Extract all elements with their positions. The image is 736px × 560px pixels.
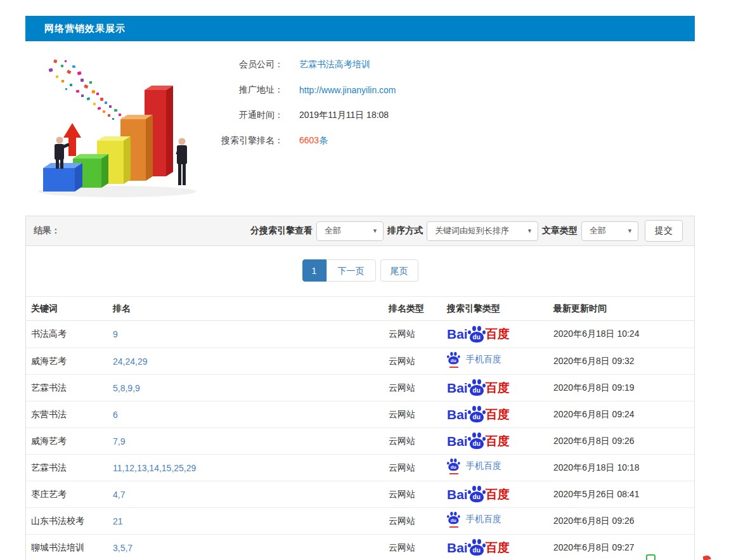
baidu-logo-cn: 百度: [486, 326, 510, 342]
baidu-logo: Baidu百度: [447, 406, 510, 423]
rank-link[interactable]: 9: [113, 329, 118, 339]
red-underline: [449, 526, 458, 528]
table-row: 书法高考9云网站Baidu百度2020年6月18日 10:24: [26, 321, 694, 348]
table-row: 艺霖书法11,12,13,14,15,25,29云网站du手机百度2020年6月…: [26, 454, 694, 481]
updated-time-cell: 2020年6月18日 10:24: [553, 329, 694, 340]
baidu-paw-icon: du: [447, 459, 460, 471]
search-engine-cell: du手机百度: [447, 352, 553, 371]
info-value: 2019年11月11日 18:08: [299, 110, 389, 121]
rank-cell: 11,12,13,14,15,25,29: [113, 463, 389, 473]
keyword-cell: 书法高考: [26, 329, 113, 340]
next-page-button[interactable]: 下一页: [326, 259, 376, 282]
baidu-logo: Baidu百度: [447, 326, 510, 343]
confetti-dots: [49, 59, 124, 120]
table-row: 枣庄艺考4,7云网站Baidu百度2020年5月26日 08:41: [26, 481, 694, 507]
column-header: 关键词: [26, 303, 113, 315]
chevron-down-icon: ▼: [527, 228, 533, 234]
baidu-du-text: du: [470, 438, 484, 449]
info-label: 搜索引擎排名：: [214, 135, 283, 147]
mobile-baidu-label: 手机百度: [466, 354, 501, 365]
baidu-du-text: du: [470, 412, 484, 422]
info-label: 推广地址：: [214, 84, 283, 96]
rank-link[interactable]: 6: [113, 410, 118, 420]
page-title: 网络营销效果展示: [25, 16, 695, 41]
column-header: 搜索引擎类型: [447, 303, 553, 315]
red-icon: [702, 555, 711, 560]
rank-type-cell: 云网站: [389, 516, 447, 527]
keyword-cell: 山东书法校考: [26, 516, 113, 527]
page-number-current[interactable]: 1: [302, 259, 326, 282]
growth-chart-illustration: [19, 52, 209, 199]
table-row: 威海艺考24,24,29云网站du手机百度2020年6月8日 09:32: [26, 348, 694, 374]
mobile-baidu-label: 手机百度: [466, 514, 501, 525]
baidu-du-text: du: [448, 356, 458, 364]
info-value: 艺霖书法高考培训: [299, 59, 370, 70]
rank-link[interactable]: 21: [113, 516, 123, 526]
search-engine-cell: Baidu百度: [447, 539, 553, 556]
info-label: 开通时间：: [214, 110, 283, 121]
baidu-logo: Baidu百度: [447, 433, 510, 450]
baidu-paw-icon: du: [468, 326, 486, 343]
baidu-logo-cn: 百度: [486, 486, 510, 503]
info-row: 会员公司：艺霖书法高考培训: [214, 52, 396, 77]
updated-time-cell: 2020年6月18日 10:18: [553, 462, 694, 474]
baidu-du-text: du: [448, 462, 458, 471]
ranking-count: 6603: [299, 135, 319, 145]
rank-link[interactable]: 7,9: [113, 436, 125, 446]
sort-filter-select[interactable]: 关键词由短到长排序 ▼: [427, 221, 538, 241]
sort-filter-value: 关键词由短到长排序: [435, 225, 509, 237]
chat-icon[interactable]: [646, 554, 655, 560]
updated-time-cell: 2020年6月8日 09:32: [553, 356, 694, 367]
baidu-logo-latin: Bai: [447, 381, 468, 396]
search-engine-cell: Baidu百度: [447, 326, 553, 343]
info-row: 开通时间：2019年11月11日 18:08: [214, 103, 396, 128]
rank-link[interactable]: 4,7: [113, 490, 125, 500]
mobile-baidu-logo: du手机百度: [447, 512, 501, 527]
rank-cell: 5,8,9,9: [113, 383, 389, 393]
keyword-cell: 艺霖书法: [26, 382, 113, 394]
red-underline: [449, 473, 458, 474]
rank-link[interactable]: 24,24,29: [113, 356, 148, 367]
rank-link[interactable]: 5,8,9,9: [113, 383, 140, 393]
table-row: 艺霖书法5,8,9,9云网站Baidu百度2020年6月8日 09:19: [26, 374, 694, 401]
mobile-baidu-logo: du手机百度: [447, 352, 501, 367]
article-type-select[interactable]: 全部 ▼: [581, 221, 638, 241]
rank-type-cell: 云网站: [389, 329, 447, 340]
rank-type-cell: 云网站: [389, 542, 447, 554]
engine-filter-value: 全部: [325, 225, 341, 237]
last-page-button[interactable]: 尾页: [380, 259, 418, 282]
submit-button[interactable]: 提交: [645, 220, 683, 242]
info-link[interactable]: http://www.jinanyilin.com: [299, 85, 396, 95]
column-header: 排名: [113, 303, 389, 315]
result-label: 结果：: [34, 225, 60, 237]
search-engine-cell: Baidu百度: [447, 433, 553, 450]
article-type-label: 文章类型: [542, 225, 578, 237]
page-title-banner: 网络营销效果展示: [25, 16, 695, 41]
baidu-logo: Baidu百度: [447, 486, 510, 503]
baidu-logo-latin: Bai: [447, 540, 468, 556]
rank-link[interactable]: 11,12,13,14,15,25,29: [113, 463, 196, 473]
table-row: 山东书法校考21云网站du手机百度2020年6月8日 09:26: [26, 507, 694, 534]
engine-filter-select[interactable]: 全部 ▼: [316, 221, 384, 241]
baidu-logo-cn: 百度: [486, 433, 510, 450]
sort-filter-label: 排序方式: [387, 225, 423, 237]
info-link[interactable]: 艺霖书法高考培训: [299, 59, 370, 69]
updated-time-cell: 2020年6月8日 09:27: [553, 542, 694, 554]
baidu-paw-icon: du: [468, 433, 486, 450]
rank-type-cell: 云网站: [389, 462, 447, 474]
updated-time-cell: 2020年6月8日 09:19: [553, 382, 694, 394]
mobile-baidu-label: 手机百度: [466, 460, 501, 472]
chevron-down-icon: ▼: [372, 228, 378, 234]
rank-type-cell: 云网站: [389, 356, 447, 367]
column-header: 最新更新时间: [553, 303, 694, 315]
info-row: 推广地址：http://www.jinanyilin.com: [214, 77, 396, 103]
keyword-cell: 威海艺考: [26, 356, 113, 367]
rank-cell: 4,7: [113, 490, 389, 500]
results-panel: 结果： 分搜索引擎查看 全部 ▼ 排序方式 关键词由短到长排序 ▼ 文章类型 全…: [25, 216, 695, 560]
baidu-du-text: du: [470, 332, 484, 342]
baidu-logo: Baidu百度: [447, 539, 510, 556]
baidu-paw-icon: du: [468, 539, 486, 556]
baidu-logo-latin: Bai: [447, 434, 468, 449]
rank-link[interactable]: 3,5,7: [113, 543, 132, 553]
updated-time-cell: 2020年6月8日 09:26: [553, 516, 694, 527]
